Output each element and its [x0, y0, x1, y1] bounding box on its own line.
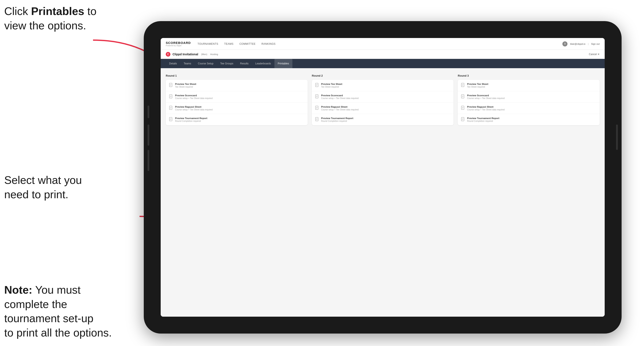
rounds-container: Round 1 Preview Tee Sheet Tee S: [166, 74, 600, 125]
tournament-bracket: (Men): [201, 53, 207, 55]
round-2-raguzzi[interactable]: Preview Raguzzi Sheet Course setup + Tee…: [312, 103, 454, 114]
instruction-middle: Select what youneed to print.: [4, 173, 82, 202]
tab-leaderboards[interactable]: Leaderboards: [252, 59, 274, 68]
instruction-bottom-text: Note: You mustcomplete thetournament set…: [4, 284, 112, 339]
instruction-top-text: Click Printables toview the options.: [4, 5, 96, 32]
printables-bold: Printables: [31, 5, 84, 17]
round-1-cards: Preview Tee Sheet Tee Sheet required: [166, 80, 308, 125]
doc-icon-3: [169, 106, 173, 110]
round-2-report-subtitle: Round Completion required: [321, 120, 450, 122]
doc-icon-2: [169, 94, 173, 99]
round-2-scorecard-title: Preview Scorecard: [321, 94, 450, 97]
doc-icon-5: [315, 83, 319, 87]
instruction-bottom: Note: You mustcomplete thetournament set…: [4, 283, 112, 340]
round-1-scorecard-info: Preview Scorecard Course setup + Tee She…: [175, 94, 304, 99]
round-1-section: Round 1 Preview Tee Sheet Tee S: [166, 74, 308, 125]
tablet-power-button: [616, 125, 618, 150]
tablet-volume-down: [148, 150, 149, 171]
round-1-tee-sheet[interactable]: Preview Tee Sheet Tee Sheet required: [166, 80, 308, 91]
round-2-tee-sheet[interactable]: Preview Tee Sheet Tee Sheet required: [312, 80, 454, 91]
tab-tee-groups[interactable]: Tee Groups: [217, 59, 236, 68]
round-2-report-info: Preview Tournament Report Round Completi…: [321, 117, 450, 122]
round-1-raguzzi-subtitle: Course setup + Tee Sheet data required: [175, 109, 304, 111]
round-1-title: Round 1: [166, 74, 308, 77]
round-3-section: Round 3 Preview Tee Sheet Tee S: [458, 74, 600, 125]
round-3-raguzzi-subtitle: Course setup + Tee Sheet data required: [467, 109, 596, 111]
round-1-report-info: Preview Tournament Report Round Completi…: [175, 117, 304, 122]
round-3-raguzzi-title: Preview Raguzzi Sheet: [467, 106, 596, 108]
tablet-screen: SCOREBOARD Powered by clippd TOURNAMENTS…: [161, 38, 605, 317]
tab-results[interactable]: Results: [236, 59, 252, 68]
doc-icon-4: [169, 117, 173, 121]
tab-printables[interactable]: Printables: [274, 59, 292, 68]
round-2-scorecard[interactable]: Preview Scorecard Course setup + Tee She…: [312, 91, 454, 103]
round-1-tee-sheet-title: Preview Tee Sheet: [175, 83, 304, 85]
doc-icon-10: [461, 94, 465, 99]
doc-icon-8: [315, 117, 319, 121]
tab-teams[interactable]: Teams: [180, 59, 194, 68]
nav-committee[interactable]: COMMITTEE: [239, 42, 256, 46]
doc-icon: [169, 83, 173, 87]
top-nav: SCOREBOARD Powered by clippd TOURNAMENTS…: [161, 38, 605, 50]
sign-out-link[interactable]: Sign out: [591, 43, 600, 45]
cancel-button[interactable]: Cancel ✕: [589, 53, 600, 56]
round-2-title: Round 2: [312, 74, 454, 77]
powered-by: Powered by clippd: [166, 44, 191, 47]
sub-nav: Details Teams Course Setup Tee Groups Re…: [161, 59, 605, 68]
round-3-scorecard[interactable]: Preview Scorecard Course setup + Tee She…: [458, 91, 600, 103]
main-content: Round 1 Preview Tee Sheet Tee S: [161, 68, 605, 317]
nav-tournaments[interactable]: TOURNAMENTS: [198, 42, 218, 46]
doc-icon-12: [461, 117, 465, 121]
round-3-scorecard-title: Preview Scorecard: [467, 94, 596, 97]
round-2-tee-sheet-title: Preview Tee Sheet: [321, 83, 450, 85]
round-3-tournament-report[interactable]: Preview Tournament Report Round Completi…: [458, 114, 600, 125]
round-2-raguzzi-subtitle: Course setup + Tee Sheet data required: [321, 109, 450, 111]
round-3-raguzzi[interactable]: Preview Raguzzi Sheet Course setup + Tee…: [458, 103, 600, 114]
round-3-tee-sheet-subtitle: Tee Sheet required: [467, 86, 596, 88]
round-3-raguzzi-info: Preview Raguzzi Sheet Course setup + Tee…: [467, 106, 596, 111]
round-2-tournament-report[interactable]: Preview Tournament Report Round Completi…: [312, 114, 454, 125]
round-1-tournament-report[interactable]: Preview Tournament Report Round Completi…: [166, 114, 308, 125]
tablet-button-left: [148, 106, 149, 118]
round-1-scorecard-subtitle: Course setup + Tee Sheet data required: [175, 97, 304, 99]
round-3-report-title: Preview Tournament Report: [467, 117, 596, 120]
tournament-header: C Clippd Invitational (Men) Hosting Canc…: [161, 50, 605, 59]
round-3-scorecard-info: Preview Scorecard Course setup + Tee She…: [467, 94, 596, 99]
instruction-middle-text: Select what youneed to print.: [4, 174, 82, 200]
tournament-status: Hosting: [210, 53, 218, 55]
instruction-top: Click Printables toview the options.: [4, 4, 96, 33]
round-3-cards: Preview Tee Sheet Tee Sheet required: [458, 80, 600, 125]
round-2-report-title: Preview Tournament Report: [321, 117, 450, 120]
round-1-raguzzi-title: Preview Raguzzi Sheet: [175, 106, 304, 108]
round-3-tee-sheet-title: Preview Tee Sheet: [467, 83, 596, 85]
tab-details[interactable]: Details: [166, 59, 180, 68]
round-1-raguzzi-info: Preview Raguzzi Sheet Course setup + Tee…: [175, 106, 304, 111]
round-3-scorecard-subtitle: Course setup + Tee Sheet data required: [467, 97, 596, 99]
round-3-tee-sheet[interactable]: Preview Tee Sheet Tee Sheet required: [458, 80, 600, 91]
nav-items: TOURNAMENTS TEAMS COMMITTEE RANKINGS: [198, 42, 562, 46]
round-1-tee-sheet-info: Preview Tee Sheet Tee Sheet required: [175, 83, 304, 88]
round-2-tee-sheet-subtitle: Tee Sheet required: [321, 86, 450, 88]
round-1-report-title: Preview Tournament Report: [175, 117, 304, 120]
round-1-scorecard[interactable]: Preview Scorecard Course setup + Tee She…: [166, 91, 308, 103]
doc-icon-9: [461, 83, 465, 87]
nav-rankings[interactable]: RANKINGS: [262, 42, 276, 46]
scoreboard-logo: SCOREBOARD Powered by clippd: [166, 41, 191, 47]
tournament-title: C Clippd Invitational (Men) Hosting: [166, 52, 218, 57]
round-2-cards: Preview Tee Sheet Tee Sheet required: [312, 80, 454, 125]
round-3-report-subtitle: Round Completion required: [467, 120, 596, 122]
user-email: blair@clippd.io: [570, 43, 585, 45]
tournament-name: Clippd Invitational: [172, 53, 198, 56]
doc-icon-6: [315, 94, 319, 99]
round-1-raguzzi[interactable]: Preview Raguzzi Sheet Course setup + Tee…: [166, 103, 308, 114]
tablet-volume-up: [148, 125, 149, 146]
doc-icon-7: [315, 106, 319, 110]
round-1-tee-sheet-subtitle: Tee Sheet required: [175, 86, 304, 88]
tab-course-setup[interactable]: Course Setup: [194, 59, 217, 68]
nav-teams[interactable]: TEAMS: [224, 42, 234, 46]
tablet-frame: SCOREBOARD Powered by clippd TOURNAMENTS…: [144, 21, 622, 334]
doc-icon-11: [461, 106, 465, 110]
nav-right: B blair@clippd.io | Sign out: [562, 41, 600, 46]
round-2-section: Round 2 Preview Tee Sheet Tee S: [312, 74, 454, 125]
round-1-report-subtitle: Round Completion required: [175, 120, 304, 122]
